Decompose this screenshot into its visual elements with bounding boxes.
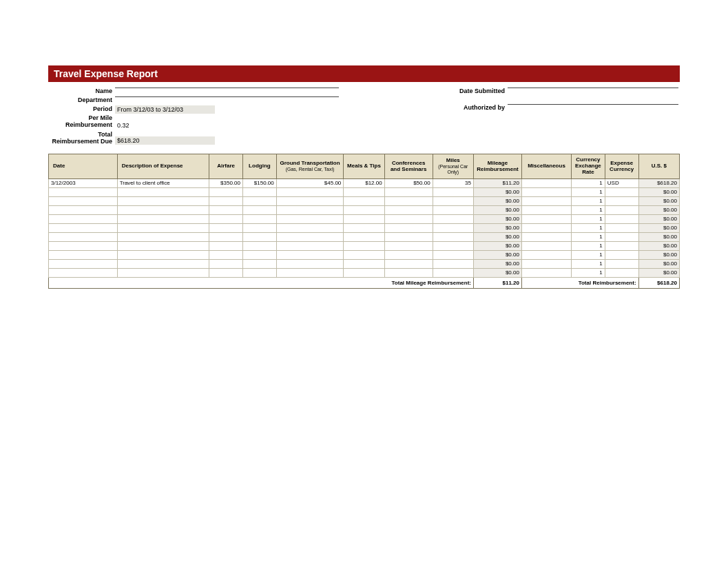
cell-date[interactable] — [49, 250, 118, 259]
cell-desc[interactable] — [117, 196, 209, 205]
cell-conf[interactable] — [384, 241, 433, 250]
cell-airfare[interactable] — [209, 223, 243, 232]
cell-conf[interactable] — [384, 196, 433, 205]
cell-miles[interactable] — [433, 214, 473, 223]
permile-value[interactable]: 0.32 — [115, 122, 339, 129]
cell-curr[interactable]: USD — [605, 178, 638, 187]
cell-miles[interactable]: 35 — [433, 178, 473, 187]
cell-curr[interactable] — [605, 241, 638, 250]
cell-conf[interactable] — [384, 187, 433, 196]
cell-ground[interactable] — [276, 187, 344, 196]
cell-date[interactable] — [49, 196, 118, 205]
cell-conf[interactable] — [384, 268, 433, 277]
cell-airfare[interactable] — [209, 205, 243, 214]
cell-exch[interactable]: 1 — [572, 196, 605, 205]
cell-desc[interactable] — [117, 187, 209, 196]
cell-airfare[interactable] — [209, 232, 243, 241]
cell-exch[interactable]: 1 — [572, 241, 605, 250]
cell-meals[interactable] — [344, 232, 384, 241]
cell-exch[interactable]: 1 — [572, 232, 605, 241]
cell-date[interactable] — [49, 205, 118, 214]
cell-lodging[interactable] — [243, 223, 277, 232]
cell-curr[interactable] — [605, 205, 638, 214]
cell-meals[interactable] — [344, 214, 384, 223]
cell-lodging[interactable] — [243, 187, 277, 196]
cell-desc[interactable] — [117, 205, 209, 214]
cell-date[interactable] — [49, 259, 118, 268]
cell-lodging[interactable] — [243, 205, 277, 214]
cell-lodging[interactable] — [243, 196, 277, 205]
cell-exch[interactable]: 1 — [572, 268, 605, 277]
cell-meals[interactable] — [344, 187, 384, 196]
cell-misc[interactable] — [521, 196, 571, 205]
cell-conf[interactable] — [384, 214, 433, 223]
date-submitted-field[interactable] — [508, 88, 678, 88]
cell-date[interactable] — [49, 214, 118, 223]
cell-meals[interactable] — [344, 259, 384, 268]
cell-ground[interactable] — [276, 223, 344, 232]
cell-misc[interactable] — [521, 241, 571, 250]
cell-ground[interactable] — [276, 232, 344, 241]
cell-airfare[interactable] — [209, 259, 243, 268]
cell-airfare[interactable] — [209, 268, 243, 277]
cell-ground[interactable] — [276, 268, 344, 277]
department-field[interactable] — [115, 96, 339, 97]
cell-meals[interactable]: $12.00 — [344, 178, 384, 187]
cell-desc[interactable] — [117, 268, 209, 277]
cell-date[interactable] — [49, 241, 118, 250]
cell-airfare[interactable] — [209, 214, 243, 223]
cell-airfare[interactable]: $350.00 — [209, 178, 243, 187]
cell-conf[interactable] — [384, 259, 433, 268]
cell-miles[interactable] — [433, 205, 473, 214]
cell-misc[interactable] — [521, 214, 571, 223]
cell-exch[interactable]: 1 — [572, 214, 605, 223]
authorized-by-field[interactable] — [508, 104, 678, 105]
cell-meals[interactable] — [344, 196, 384, 205]
cell-desc[interactable] — [117, 250, 209, 259]
cell-lodging[interactable] — [243, 250, 277, 259]
cell-desc[interactable]: Travel to client office — [117, 178, 209, 187]
cell-curr[interactable] — [605, 268, 638, 277]
cell-curr[interactable] — [605, 196, 638, 205]
cell-ground[interactable] — [276, 241, 344, 250]
cell-exch[interactable]: 1 — [572, 187, 605, 196]
cell-misc[interactable] — [521, 205, 571, 214]
cell-lodging[interactable]: $150.00 — [243, 178, 277, 187]
cell-desc[interactable] — [117, 223, 209, 232]
cell-exch[interactable]: 1 — [572, 223, 605, 232]
cell-airfare[interactable] — [209, 241, 243, 250]
cell-miles[interactable] — [433, 241, 473, 250]
cell-date[interactable] — [49, 268, 118, 277]
cell-conf[interactable] — [384, 205, 433, 214]
cell-curr[interactable] — [605, 223, 638, 232]
cell-miles[interactable] — [433, 250, 473, 259]
cell-meals[interactable] — [344, 268, 384, 277]
cell-exch[interactable]: 1 — [572, 259, 605, 268]
cell-exch[interactable]: 1 — [572, 205, 605, 214]
cell-misc[interactable] — [521, 223, 571, 232]
cell-ground[interactable]: $45.00 — [276, 178, 344, 187]
cell-date[interactable] — [49, 232, 118, 241]
cell-airfare[interactable] — [209, 187, 243, 196]
cell-miles[interactable] — [433, 232, 473, 241]
cell-conf[interactable] — [384, 232, 433, 241]
cell-desc[interactable] — [117, 232, 209, 241]
cell-misc[interactable] — [521, 178, 571, 187]
cell-ground[interactable] — [276, 250, 344, 259]
name-field[interactable] — [115, 88, 339, 88]
cell-conf[interactable] — [384, 223, 433, 232]
cell-desc[interactable] — [117, 214, 209, 223]
cell-exch[interactable]: 1 — [572, 250, 605, 259]
cell-misc[interactable] — [521, 259, 571, 268]
cell-ground[interactable] — [276, 196, 344, 205]
cell-conf[interactable]: $50.00 — [384, 178, 433, 187]
cell-date[interactable] — [49, 223, 118, 232]
cell-ground[interactable] — [276, 259, 344, 268]
cell-lodging[interactable] — [243, 268, 277, 277]
cell-meals[interactable] — [344, 223, 384, 232]
cell-desc[interactable] — [117, 259, 209, 268]
cell-curr[interactable] — [605, 259, 638, 268]
cell-desc[interactable] — [117, 241, 209, 250]
cell-conf[interactable] — [384, 250, 433, 259]
cell-curr[interactable] — [605, 214, 638, 223]
